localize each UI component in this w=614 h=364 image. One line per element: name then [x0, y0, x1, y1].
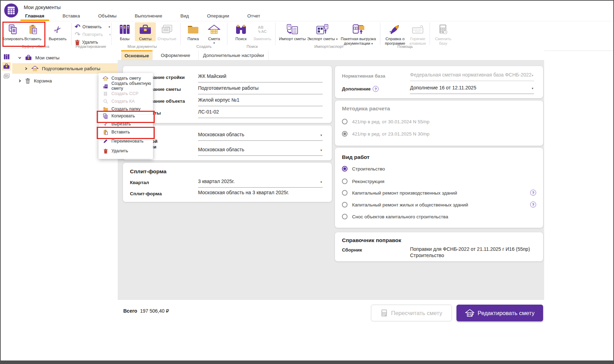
field-object[interactable]: Жилой корпус №1	[198, 97, 323, 106]
menu-create-object-estimate[interactable]: Создать объектную смету	[98, 82, 153, 90]
tab-vypolnenie[interactable]: Выполнение	[133, 12, 165, 20]
app-logo-icon[interactable]	[4, 3, 18, 17]
search-button[interactable]: Поиск	[232, 22, 250, 41]
menu-cut[interactable]: ✂ Вырезать	[98, 120, 153, 128]
bases-button[interactable]: Базы	[116, 22, 133, 41]
radio-icon[interactable]	[342, 179, 348, 184]
field-shifr[interactable]: ЛС-01-02	[198, 109, 323, 118]
field-quarter[interactable]: 3 квартал 2025г.▾	[198, 179, 323, 188]
trash-icon	[103, 148, 108, 154]
radio-label: 421/пр в ред. от 30.01.2024 N 55/пр	[352, 119, 429, 124]
menu-rename[interactable]: Переименовать	[98, 137, 153, 145]
menu-create-ka[interactable]: Создать КА	[98, 97, 153, 105]
radio-snos[interactable]: Снос объектов капитального строительства	[342, 213, 448, 220]
radio-icon[interactable]	[342, 214, 348, 219]
calculator-refresh-icon	[438, 22, 448, 36]
menu-item-label: Создать объектную смету	[111, 81, 153, 91]
total-label: Всего	[123, 308, 137, 314]
divider	[227, 23, 227, 45]
radio-icon[interactable]	[342, 166, 348, 172]
radio-icon[interactable]	[342, 131, 348, 137]
radio-icon[interactable]	[342, 119, 348, 124]
bottom-bar: Всего 197 506,40 ₽ Пересчитать смету Ред…	[118, 299, 544, 327]
help-icon[interactable]: ?	[530, 202, 536, 208]
radio-stroitelstvo[interactable]: Строительство	[342, 165, 385, 172]
field-region1[interactable]: Московская область▾	[198, 132, 323, 141]
menu-create-ssr[interactable]: Создать ССР	[98, 90, 153, 97]
card-region: Субъект Российской Федерации Московская …	[123, 125, 332, 160]
radio-rekonstrukciya[interactable]: Реконструкция	[342, 178, 384, 185]
recalculate-button[interactable]: Пересчитать смету	[371, 305, 452, 321]
change-base-button[interactable]: Сменить базу	[433, 22, 453, 46]
help-icon[interactable]: ?	[373, 86, 379, 92]
tab-osnovnye[interactable]: Основные	[121, 50, 153, 60]
batch-upload-button[interactable]: Пакетная выгрузка документации ▾	[339, 22, 378, 46]
create-folder-button[interactable]: Папка	[184, 22, 202, 41]
tab-otchet[interactable]: Отчет	[245, 12, 262, 20]
strip-bases-icon[interactable]	[2, 52, 11, 61]
caret-down-icon: ▾	[320, 148, 322, 152]
cut-button[interactable]: ✂ Вырезать	[48, 22, 67, 41]
radio-kapremont-proizv[interactable]: Капитальный ремонт производственных здан…	[342, 189, 457, 196]
trash-icon	[25, 78, 30, 84]
field-stroyka[interactable]: ЖК Майский	[198, 73, 323, 82]
radio-method-1[interactable]: 421/пр в ред. от 30.01.2024 N 55/пр	[342, 118, 429, 125]
radio-icon[interactable]	[342, 190, 348, 196]
paste-button[interactable]: Вставить	[24, 22, 42, 41]
tab-operacii[interactable]: Операции	[205, 12, 231, 20]
menu-item-label: Создать смету	[111, 76, 141, 81]
tree-item-label: Подготовительные работы	[42, 66, 100, 71]
menu-item-label: Создать КА	[111, 99, 135, 104]
tab-oformlenie[interactable]: Оформление	[153, 50, 199, 60]
estimates-button[interactable]: Сметы	[135, 22, 156, 41]
strip-opened-icon[interactable]	[2, 72, 11, 80]
redo-button[interactable]: ↷ Повторить ▾	[75, 31, 111, 38]
menu-item-label: Переименовать	[111, 139, 144, 144]
strip-estimates-icon[interactable]	[2, 62, 11, 71]
radio-label: Реконструкция	[352, 179, 384, 184]
menu-item-label: Создать ССР	[111, 91, 138, 96]
edit-estimate-button[interactable]: Редактировать смету	[456, 305, 543, 321]
menu-copy[interactable]: Копировать	[98, 112, 153, 120]
tab-vid[interactable]: Вид	[178, 12, 191, 20]
export-estimate-button[interactable]: Экспорт сметы ▾	[307, 22, 337, 42]
chevron-down-icon[interactable]	[18, 56, 22, 60]
bases-label: Базы	[120, 37, 129, 41]
caret-down-icon[interactable]: ▾	[109, 25, 110, 29]
field-region2[interactable]: Московская область▾	[198, 147, 323, 156]
app-window: Мои документы Главная Вставка Объёмы Вып…	[0, 0, 614, 364]
import-estimate-button[interactable]: Импорт сметы	[279, 22, 306, 41]
chevron-right-icon[interactable]	[24, 67, 28, 71]
tab-obyomy[interactable]: Объёмы	[96, 12, 119, 20]
radio-kapremont-zhilyh[interactable]: Капитальный ремонт жилых и общественных …	[342, 201, 468, 208]
undo-button[interactable]: ↶ Отменить ▾	[75, 23, 110, 30]
menu-delete[interactable]: Удалить	[98, 147, 153, 155]
field-addition[interactable]: Дополнение 16 от 12.11.2025▾	[410, 85, 534, 94]
hotkeys-button[interactable]: Горячие клавиши	[407, 22, 428, 46]
tree-item-podgotovitelnye[interactable]: Подготовительные работы	[12, 63, 130, 74]
opened-button[interactable]: Открытые	[157, 22, 177, 41]
total-value: 197 506,40 ₽	[140, 308, 169, 314]
import-icon	[286, 22, 299, 36]
copy-button[interactable]: Копировать	[3, 22, 22, 41]
tab-vstavka[interactable]: Вставка	[60, 12, 82, 20]
form-row: Наименование сметы Подготовительные рабо…	[130, 85, 325, 97]
tab-glavnaya[interactable]: Главная	[23, 12, 46, 20]
radio-label: Капитальный ремонт жилых и общественных …	[352, 202, 468, 208]
tree-item-label: Корзина	[34, 78, 52, 83]
card-method: Методика расчета 421/пр в ред. от 30.01.…	[335, 101, 543, 146]
house-icon	[103, 75, 108, 81]
radio-icon[interactable]	[342, 202, 348, 208]
chevron-right-icon[interactable]	[18, 79, 22, 83]
replace-button[interactable]: AB↳AC Заменить	[252, 22, 272, 41]
menu-create-folder[interactable]: Создать папку	[98, 105, 153, 113]
tab-dop-nastroyki[interactable]: Дополнительные настройки	[199, 50, 269, 60]
menu-paste[interactable]: Вставить	[98, 128, 153, 136]
tree-item-my-estimates[interactable]: Мои сметы	[12, 52, 123, 63]
corrections-value: Поправки для ФСНБ-2022 от 21.11.2025 г И…	[410, 246, 534, 262]
create-estimate-button[interactable]: Смета ▾	[205, 22, 224, 45]
about-button[interactable]: Справка о программе	[383, 22, 407, 46]
field-smeta-name[interactable]: Подготовительные работы	[198, 85, 323, 94]
radio-method-2[interactable]: 421/пр в ред. от 23.01.2025 N 30/пр	[342, 130, 429, 137]
help-icon[interactable]: ?	[530, 190, 536, 196]
